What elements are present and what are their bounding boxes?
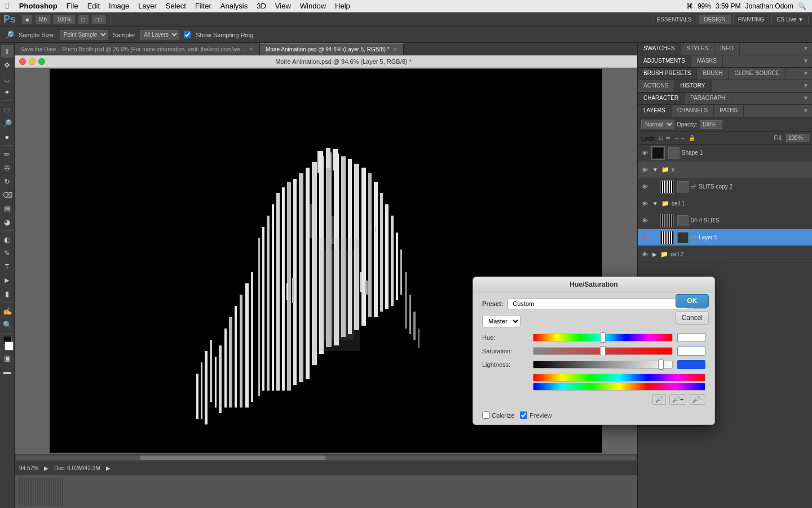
layer-item-x[interactable]: 👁 ▼ 📁 x — [638, 161, 812, 178]
spot-heal-tool[interactable]: ● — [1, 130, 14, 143]
lock-transparency-icon[interactable]: □ — [659, 135, 663, 141]
layer-item-layer5[interactable]: 👁 ☍ Layer 5 — [638, 229, 812, 246]
fill-input[interactable] — [786, 134, 809, 142]
search-icon[interactable]: 🔍 — [798, 2, 806, 10]
zoom-tool[interactable]: 🔍 — [1, 318, 14, 331]
eye-cell2[interactable]: 👁 — [640, 250, 649, 259]
brush-tool[interactable]: ✏ — [1, 148, 14, 160]
tab-adjustments[interactable]: ADJUSTMENTS — [638, 55, 691, 67]
tab-paths[interactable]: PATHS — [714, 105, 744, 117]
minimize-button[interactable] — [29, 58, 36, 65]
zoom-icon[interactable]: ▶ — [44, 465, 48, 471]
tab-2-close[interactable]: ✕ — [393, 47, 398, 52]
screen-mode[interactable]: ▬ — [1, 365, 14, 378]
tab-brush[interactable]: BRUSH — [697, 68, 729, 80]
preset-select[interactable]: Custom — [508, 298, 689, 309]
magic-wand-tool[interactable]: ✦ — [1, 86, 14, 98]
layers-panel-expand[interactable]: ▼ — [800, 105, 812, 117]
char-panel-expand[interactable]: ▼ — [800, 93, 812, 104]
tab-paragraph[interactable]: PARAGRAPH — [685, 93, 731, 104]
tab-swatches[interactable]: SWATCHES — [638, 43, 681, 55]
ok-button[interactable]: OK — [676, 294, 709, 308]
gradient-tool[interactable]: ▤ — [1, 202, 14, 214]
eye-cell1[interactable]: 👁 — [640, 199, 649, 208]
layer-item-cell2[interactable]: 👁 ▶ 📁 cell 2 — [638, 246, 812, 263]
lock-all-icon[interactable]: 🔒 — [689, 135, 695, 141]
crop-tool[interactable]: □ — [1, 103, 14, 116]
background-color[interactable] — [5, 341, 14, 351]
menubar-photoshop[interactable]: Photoshop — [15, 2, 62, 10]
essentials-btn[interactable]: ESSENTIALS — [652, 15, 697, 24]
toolbar-view[interactable]: □ — [78, 15, 89, 24]
lock-position-icon[interactable]: ←→ — [674, 135, 685, 141]
expand-cell1-icon[interactable]: ▼ — [652, 200, 658, 207]
layer-item-slits04[interactable]: 👁 04-4 SLITS — [638, 212, 812, 229]
lock-pixels-icon[interactable]: ✏ — [666, 135, 670, 141]
hue-slider-track[interactable] — [533, 334, 673, 341]
channel-select[interactable]: Master — [482, 315, 520, 327]
history-brush-tool[interactable]: ↻ — [1, 175, 14, 187]
shape-tool[interactable]: ▮ — [1, 287, 14, 300]
cancel-button[interactable]: Cancel — [676, 311, 709, 325]
eraser-tool[interactable]: ⌫ — [1, 189, 14, 201]
layer-item-slits2[interactable]: 👁 ☍ SLITS copy 2 — [638, 178, 812, 195]
scrollbar-thumb[interactable] — [140, 456, 326, 460]
toolbar-btn-2[interactable]: Mb — [35, 15, 51, 24]
saturation-value-input[interactable]: 0 — [677, 347, 705, 356]
menubar-help[interactable]: Help — [330, 2, 355, 10]
lasso-tool[interactable]: ◡ — [1, 72, 14, 85]
move-tool[interactable]: ⇧ — [1, 45, 14, 58]
clone-stamp-tool[interactable]: ✇ — [1, 161, 14, 174]
menubar-3d[interactable]: 3D — [252, 2, 271, 10]
cslive-btn[interactable]: CS Live ▼ — [771, 15, 809, 24]
tab-clone-source[interactable]: CLONE SOURCE — [729, 68, 785, 80]
eye-slits2[interactable]: 👁 — [640, 182, 649, 191]
apple-menu[interactable]:  — [6, 1, 9, 11]
select-tool[interactable]: ✥ — [1, 59, 14, 71]
menubar-edit[interactable]: Edit — [83, 2, 104, 10]
dodge-tool[interactable]: ◐ — [1, 233, 14, 246]
light-slider-thumb[interactable] — [658, 360, 664, 370]
eye-shape1[interactable]: 👁 — [640, 148, 649, 157]
menubar-window[interactable]: Window — [295, 2, 330, 10]
opacity-input[interactable] — [700, 120, 722, 129]
quick-mask-mode[interactable]: ▣ — [1, 352, 14, 364]
tab-brush-presets[interactable]: BRUSH PRESETS — [638, 68, 697, 80]
tab-masks[interactable]: MASKS — [691, 55, 723, 67]
tab-2[interactable]: Moire Animation.psd @ 94.6% (Layer 5, RG… — [260, 43, 404, 55]
hue-value-input[interactable]: 0 — [677, 333, 705, 342]
tab-info[interactable]: INFO — [714, 43, 740, 55]
eye-layer5[interactable]: 👁 — [640, 233, 649, 242]
menubar-file[interactable]: File — [62, 2, 83, 10]
thumbnail-1[interactable] — [19, 478, 64, 506]
type-tool[interactable]: T — [1, 260, 14, 273]
preview-label[interactable]: Preview — [520, 411, 551, 419]
menubar-image[interactable]: Image — [104, 2, 134, 10]
eye-x[interactable]: 👁 — [640, 165, 649, 174]
colorize-label[interactable]: Colorize — [482, 411, 514, 419]
sat-slider-track[interactable] — [533, 347, 673, 355]
layer-item-shape1[interactable]: 👁 Shape 1 — [638, 144, 812, 161]
progress-arrow[interactable]: ▶ — [106, 465, 111, 471]
brush-panel-expand[interactable]: ▼ — [800, 68, 812, 80]
actions-panel-expand[interactable]: ▼ — [800, 80, 812, 92]
painting-btn[interactable]: PAINTING — [733, 15, 769, 24]
tab-styles[interactable]: STYLES — [681, 43, 714, 55]
zoom-level[interactable]: 100% — [53, 15, 76, 24]
tab-channels[interactable]: CHANNELS — [672, 105, 714, 117]
close-button[interactable] — [19, 58, 26, 65]
path-select-tool[interactable]: ► — [1, 274, 14, 286]
expand-cell2-icon[interactable]: ▶ — [652, 251, 657, 257]
menubar-layer[interactable]: Layer — [134, 2, 161, 10]
show-sampling-ring-checkbox[interactable] — [184, 31, 191, 38]
colorize-checkbox[interactable] — [482, 411, 489, 419]
blur-tool[interactable]: ◕ — [1, 216, 14, 228]
toolbar-btn-1[interactable]: ■ — [21, 15, 33, 24]
tab-actions[interactable]: ACTIONS — [638, 80, 674, 92]
tab-layers[interactable]: LAYERS — [638, 105, 672, 117]
menubar-analysis[interactable]: Analysis — [216, 2, 252, 10]
sat-slider-thumb[interactable] — [600, 346, 606, 356]
blend-mode-select[interactable]: Normal — [641, 120, 674, 129]
menubar-select[interactable]: Select — [161, 2, 191, 10]
pen-tool[interactable]: ✎ — [1, 247, 14, 259]
